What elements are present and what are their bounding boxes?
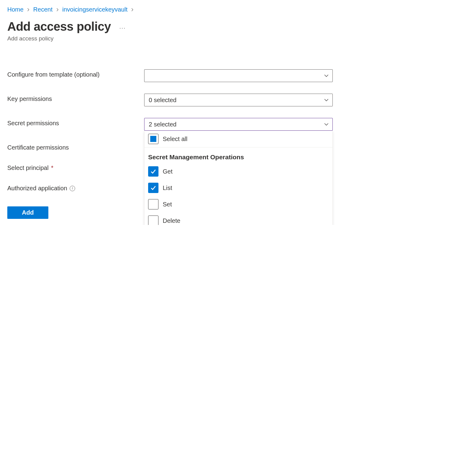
page-subtitle: Add access policy bbox=[7, 35, 469, 42]
chevron-down-icon bbox=[324, 98, 329, 102]
checkbox-unchecked-icon bbox=[148, 216, 158, 225]
required-indicator: * bbox=[51, 164, 54, 171]
permission-label: Get bbox=[163, 168, 172, 175]
select-principal-label: Select principal * bbox=[7, 163, 144, 171]
breadcrumb-keyvault[interactable]: invoicingservicekeyvault bbox=[62, 6, 128, 13]
breadcrumb-home[interactable]: Home bbox=[7, 6, 23, 13]
permission-option[interactable]: Set bbox=[144, 196, 332, 212]
permission-option[interactable]: Delete bbox=[144, 212, 332, 225]
page-title: Add access policy bbox=[7, 20, 111, 33]
key-permissions-label: Key permissions bbox=[7, 94, 144, 102]
authorized-application-label: Authorized application i bbox=[7, 183, 144, 192]
select-all-label: Select all bbox=[163, 136, 187, 143]
chevron-down-icon bbox=[324, 73, 329, 78]
info-icon[interactable]: i bbox=[70, 186, 75, 191]
chevron-right-icon bbox=[56, 8, 59, 12]
secret-permissions-panel: Select all Secret Management OperationsG… bbox=[144, 131, 333, 225]
checkbox-indeterminate-icon bbox=[148, 134, 158, 144]
chevron-right-icon bbox=[130, 8, 134, 12]
secret-permissions-dropdown[interactable]: 2 selected bbox=[144, 118, 333, 131]
group-heading: Secret Management Operations bbox=[144, 147, 332, 163]
checkbox-checked-icon bbox=[148, 183, 158, 193]
breadcrumb-recent[interactable]: Recent bbox=[33, 6, 52, 13]
checkbox-checked-icon bbox=[148, 166, 158, 177]
template-dropdown[interactable] bbox=[144, 69, 333, 82]
certificate-permissions-label: Certificate permissions bbox=[7, 142, 144, 151]
checkbox-unchecked-icon bbox=[148, 199, 158, 209]
permission-label: Set bbox=[163, 201, 172, 208]
secret-permissions-value: 2 selected bbox=[149, 121, 176, 128]
permission-label: List bbox=[163, 185, 172, 191]
key-permissions-value: 0 selected bbox=[149, 97, 176, 104]
key-permissions-dropdown[interactable]: 0 selected bbox=[144, 94, 333, 106]
template-label: Configure from template (optional) bbox=[7, 69, 144, 78]
chevron-down-icon bbox=[324, 122, 329, 127]
permission-label: Delete bbox=[163, 217, 180, 224]
breadcrumb: Home Recent invoicingservicekeyvault bbox=[7, 6, 469, 13]
permission-option[interactable]: Get bbox=[144, 163, 332, 180]
add-button[interactable]: Add bbox=[7, 206, 48, 219]
permission-option[interactable]: List bbox=[144, 180, 332, 196]
select-all-option[interactable]: Select all bbox=[148, 134, 329, 144]
secret-permissions-label: Secret permissions bbox=[7, 118, 144, 127]
chevron-right-icon bbox=[26, 8, 30, 12]
more-icon[interactable]: ··· bbox=[120, 22, 126, 31]
